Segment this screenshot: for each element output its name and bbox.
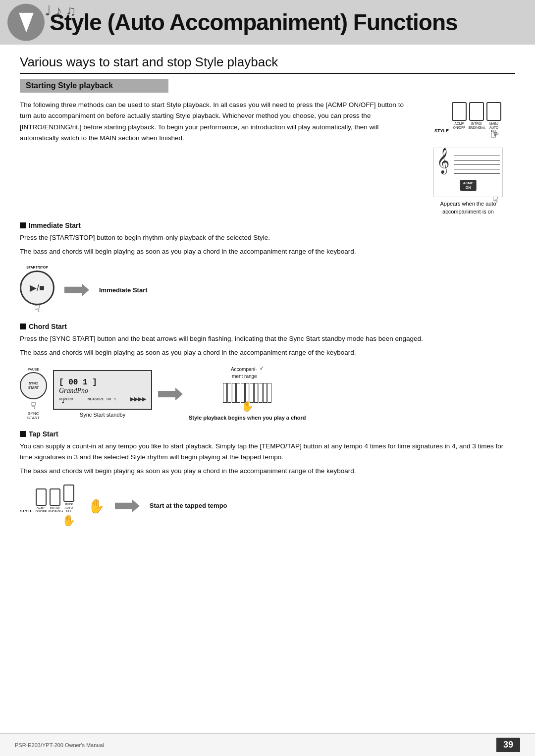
arrow-icon xyxy=(64,283,89,296)
page-title: Style (Auto Accompaniment) Functions xyxy=(50,9,458,36)
acmp-button[interactable] xyxy=(452,102,467,121)
acmp-label-tap: ACMPON/OFF xyxy=(35,506,48,513)
immediate-start-text1: Press the [START/STOP] button to begin r… xyxy=(20,232,515,243)
start-at-label: Start at the tapped tempo xyxy=(150,501,227,510)
hand-chord-icon: ✋ xyxy=(241,400,254,412)
sync-start-button[interactable]: SYNCSTART xyxy=(20,372,47,399)
piano-key xyxy=(263,383,267,403)
lcd-line2: GrandPno xyxy=(59,387,146,395)
chord-start-diagram: PAUSE SYNCSTART ☟ SYNCSTART [ 00 1 ] Gra… xyxy=(20,366,515,422)
intro-label-tap: INTRO/ENDING/rit. xyxy=(49,506,61,513)
measure-label: MEASURE 00 1 xyxy=(88,397,116,401)
main-btn-tap[interactable] xyxy=(63,485,74,502)
acmp-on-badge: ACMPON xyxy=(460,180,477,191)
hand-pointer-badge: ☟ xyxy=(493,195,498,206)
immediate-start-heading: Immediate Start xyxy=(20,221,515,229)
style-label-bottom: STYLE xyxy=(20,509,33,513)
style-text-label: STYLE xyxy=(434,128,449,133)
intro-ending-button[interactable] xyxy=(469,102,484,121)
piano-key xyxy=(223,383,227,403)
music-notes-decoration: ♩ ♪ ♫ xyxy=(45,2,76,19)
tap-start-diagram: STYLE ACMPON/OFF INTRO/ENDING/rit. MAIN/… xyxy=(20,485,515,527)
tap-start-section: Tap Start You can supply a count-in at a… xyxy=(20,430,515,527)
beat-arrows: ▶▶▶▶ xyxy=(130,396,146,402)
main-label-tap: MAIN/AUTO FILL xyxy=(62,502,75,513)
piano-key xyxy=(245,383,249,403)
sync-start-area: PAUSE SYNCSTART ☟ SYNCSTART xyxy=(20,368,47,420)
bullet-icon-2 xyxy=(20,324,26,329)
tap-start-text1: You can supply a count-in at any tempo y… xyxy=(20,441,515,463)
arrow-icon-3 xyxy=(115,499,140,512)
arrow-icon-2 xyxy=(158,387,183,400)
lcd-display: [ 00 1 ] GrandPno REVERB MEASURE 00 1 ▶▶… xyxy=(53,370,152,410)
piano-key xyxy=(250,383,254,403)
main-content: Various ways to start and stop Style pla… xyxy=(0,45,535,545)
tap-start-text2: The bass and chords will begin playing a… xyxy=(20,466,515,477)
hand-icon-sync: ☟ xyxy=(31,400,36,411)
immediate-start-section: Immediate Start Press the [START/STOP] b… xyxy=(20,221,515,315)
section-title: Various ways to start and stop Style pla… xyxy=(20,54,515,74)
keyboard-range-area: Accompani-ment range ↙ ✋ xyxy=(189,366,306,422)
chord-start-text1: Press the [SYNC START] button and the be… xyxy=(20,333,515,344)
acmp-btn-tap[interactable] xyxy=(36,488,47,506)
piano-key xyxy=(268,383,271,403)
piano-key xyxy=(259,383,263,403)
play-pause-icon: ▶/■ xyxy=(30,282,45,293)
piano-key xyxy=(232,383,236,403)
immediate-start-diagram: START/STOP ▶/■ ☟ Immediate Start xyxy=(20,266,515,315)
clef-diagram: 𝄞 ACMPON ☟ xyxy=(433,148,503,197)
intro-section: The following three methods can be used … xyxy=(20,100,515,216)
piano-key xyxy=(254,383,258,403)
subsection-title: Starting Style playback xyxy=(20,79,168,93)
accomp-range-label: Accompani-ment range xyxy=(231,366,257,380)
page-number: 39 xyxy=(496,738,520,752)
manual-label: PSR-E203/YPT-200 Owner's Manual xyxy=(15,742,104,748)
piano-key xyxy=(241,383,245,403)
sync-start-label: SYNCSTART xyxy=(27,411,40,420)
page-header: ♩ ♪ ♫ Style (Auto Accompaniment) Functio… xyxy=(0,0,535,45)
intro-btn-tap[interactable] xyxy=(50,488,60,506)
treble-clef: 𝄞 xyxy=(436,149,450,171)
immediate-start-text2: The bass and chords will begin playing a… xyxy=(20,246,515,257)
start-stop-button[interactable]: ▶/■ xyxy=(20,270,54,305)
style-playback-label: Style playback begins when you play a ch… xyxy=(189,414,306,422)
bullet-icon xyxy=(20,222,26,228)
bullet-icon-3 xyxy=(20,431,26,437)
staff-lines xyxy=(454,156,500,178)
lcd-line1: [ 00 1 ] xyxy=(59,378,146,387)
lcd-area: [ 00 1 ] GrandPno REVERB MEASURE 00 1 ▶▶… xyxy=(53,370,152,418)
intro-text: The following three methods can be used … xyxy=(20,100,411,216)
piano-keys xyxy=(223,383,271,403)
intro-diagram: STYLE ACMPON/OFF INTRO/ENDING/rit. MA xyxy=(421,100,515,216)
start-stop-top-label: START/STOP xyxy=(26,266,48,269)
pause-label: PAUSE xyxy=(28,368,39,371)
piano-key xyxy=(236,383,240,403)
start-stop-area: START/STOP ▶/■ ☟ xyxy=(20,266,54,315)
immediate-start-label: Immediate Start xyxy=(99,286,148,294)
chord-start-section: Chord Start Press the [SYNC START] butto… xyxy=(20,323,515,422)
piano-key xyxy=(227,383,231,403)
hand-pointer-top: ☞ xyxy=(490,129,499,141)
tapping-hand-icon: ✋ xyxy=(88,498,105,514)
range-arrow: ↙ xyxy=(260,365,264,371)
main-autofill-button[interactable] xyxy=(486,102,501,121)
chord-start-text2: The bass and chords will begin playing a… xyxy=(20,347,515,358)
appears-text: Appears when the auto accompaniment is o… xyxy=(421,200,515,216)
page-footer: PSR-E203/YPT-200 Owner's Manual 39 xyxy=(0,733,535,756)
header-logo xyxy=(7,4,45,41)
music-note-lcd: ♩ xyxy=(61,397,65,405)
wavy-hand-icon: ✋ xyxy=(62,514,75,527)
style-buttons-tap: STYLE ACMPON/OFF INTRO/ENDING/rit. MAIN/… xyxy=(20,485,75,527)
sync-standby-label: Sync Start standby xyxy=(80,412,125,418)
tap-start-heading: Tap Start xyxy=(20,430,515,438)
chord-start-heading: Chord Start xyxy=(20,323,515,330)
